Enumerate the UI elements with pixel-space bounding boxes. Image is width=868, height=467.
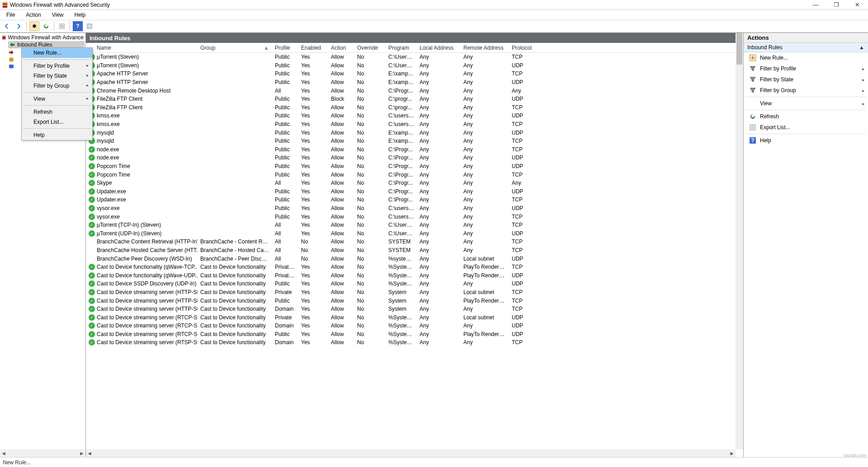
col-profile[interactable]: Profile — [272, 44, 298, 52]
cell-remote: Any — [461, 280, 509, 287]
table-row[interactable]: ✓µTorrent (Steven)PublicYesAllowNoC:\Use… — [86, 61, 743, 70]
table-row[interactable]: ✓Updater.exePublicYesAllowNoC:\Progr...A… — [86, 196, 743, 204]
cell-local: Any — [417, 289, 461, 295]
table-row[interactable]: ✓vysor.exePublicYesAllowNoC:\users\...An… — [86, 204, 743, 213]
action-help[interactable]: ?Help — [744, 135, 868, 146]
toolbar-separator — [70, 22, 70, 31]
action-filter-by-state[interactable]: Filter by State — [744, 74, 868, 85]
table-row[interactable]: ✓kmss.exePublicYesAllowNoC:\users\...Any… — [86, 112, 743, 120]
table-row[interactable]: BranchCache Content Retrieval (HTTP-In)B… — [86, 238, 743, 246]
refresh-button[interactable] — [41, 21, 51, 31]
table-row[interactable]: ✓Cast to Device streaming server (RTCP-S… — [86, 330, 743, 339]
menu-help[interactable]: Help — [69, 10, 91, 19]
grid-body[interactable]: ✓µTorrent (Steven)PublicYesAllowNoC:\Use… — [86, 53, 743, 457]
action-new-rule-[interactable]: New Rule... — [744, 52, 868, 63]
cell-remote: Any — [461, 62, 509, 69]
context-refresh[interactable]: Refresh — [22, 107, 92, 117]
context-export[interactable]: Export List... — [22, 117, 92, 127]
action-export-list-[interactable]: Export List... — [744, 122, 868, 133]
col-action[interactable]: Action — [328, 44, 354, 52]
show-hide-button[interactable] — [85, 21, 94, 31]
col-enabled[interactable]: Enabled — [298, 44, 328, 52]
table-row[interactable]: ✓Popcorn TimePublicYesAllowNoC:\Progr...… — [86, 170, 743, 179]
table-row[interactable]: ✓Cast to Device streaming server (RTSP-S… — [86, 338, 743, 347]
cell-local: Any — [417, 314, 461, 321]
rule-name: Updater.exe — [97, 188, 126, 195]
menu-file[interactable]: File — [1, 10, 20, 19]
table-row[interactable]: ✓Apache HTTP ServerPublicYesAllowNoE:\xa… — [86, 70, 743, 78]
table-row[interactable]: ✓Updater.exePublicYesAllowNoC:\Progr...A… — [86, 187, 743, 196]
table-row[interactable]: ✓vysor.exePublicYesAllowNoC:\users\...An… — [86, 212, 743, 221]
table-row[interactable]: ✓FileZilla FTP ClientPublicYesAllowNoC:\… — [86, 103, 743, 112]
table-row[interactable]: ✓kmss.exePublicYesAllowNoC:\users\...Any… — [86, 120, 743, 129]
table-row[interactable]: ✓mysqldPublicYesAllowNoE:\xampp...AnyAny… — [86, 128, 743, 137]
context-filter-state[interactable]: Filter by State — [22, 71, 92, 81]
cell-profile: Public — [272, 331, 298, 337]
table-row[interactable]: ✓Cast to Device streaming server (HTTP-S… — [86, 288, 743, 297]
cell-remote: PlayTo Renderers — [461, 272, 509, 279]
action-refresh[interactable]: Refresh — [744, 111, 868, 122]
menu-action[interactable]: Action — [20, 10, 46, 19]
table-row[interactable]: BranchCache Peer Discovery (WSD-In)Branc… — [86, 254, 743, 263]
col-program[interactable]: Program — [386, 44, 417, 52]
help-button[interactable]: ? — [73, 21, 83, 31]
context-filter-group[interactable]: Filter by Group — [22, 81, 92, 91]
col-group[interactable]: Group▲ — [198, 44, 272, 52]
col-override[interactable]: Override — [354, 44, 386, 52]
cell-action: Allow — [328, 130, 354, 136]
table-row[interactable]: ✓SkypeAllYesAllowNoC:\Progr...AnyAnyAny — [86, 179, 743, 187]
table-row[interactable]: ✓node.exePublicYesAllowNoC:\Progr...AnyA… — [86, 154, 743, 162]
context-help[interactable]: Help — [22, 130, 92, 140]
tree-root[interactable]: Windows Firewall with Advance — [1, 34, 85, 41]
table-row[interactable]: ✓Cast to Device SSDP Discovery (UDP-In)C… — [86, 280, 743, 288]
close-button[interactable]: ✕ — [851, 1, 863, 8]
table-row[interactable]: ✓Popcorn TimePublicYesAllowNoC:\Progr...… — [86, 162, 743, 171]
table-row[interactable]: ✓Cast to Device streaming server (RTCP-S… — [86, 322, 743, 330]
menu-view[interactable]: View — [47, 10, 69, 19]
table-row[interactable]: ✓mysqldPublicYesAllowNoE:\xampp...AnyAny… — [86, 137, 743, 145]
maximize-button[interactable]: ❐ — [830, 1, 843, 8]
collapse-icon[interactable]: ▲ — [859, 44, 864, 51]
tree-hscrollbar[interactable]: ◄► — [0, 449, 85, 457]
cell-enabled: Yes — [298, 289, 328, 295]
table-row[interactable]: ✓Apache HTTP ServerPublicYesAllowNoE:\xa… — [86, 78, 743, 87]
context-menu: New Rule... Filter by Profile Filter by … — [21, 47, 93, 140]
col-remote[interactable]: Remote Address — [461, 44, 509, 52]
cell-protocol: TCP — [509, 238, 538, 245]
context-filter-profile[interactable]: Filter by Profile — [22, 61, 92, 71]
back-button[interactable] — [2, 21, 12, 31]
table-row[interactable]: ✓node.exePublicYesAllowNoC:\Progr...AnyA… — [86, 145, 743, 154]
cell-enabled: Yes — [298, 146, 328, 153]
table-row[interactable]: ✓Cast to Device functionality (qWave-TCP… — [86, 263, 743, 271]
minimize-button[interactable]: — — [809, 1, 822, 8]
table-row[interactable]: ✓Cast to Device functionality (qWave-UDP… — [86, 271, 743, 280]
table-row[interactable]: ✓µTorrent (TCP-In) (Steven)AllYesAllowNo… — [86, 221, 743, 229]
cell-action: Allow — [328, 121, 354, 127]
vertical-scrollbar[interactable] — [736, 33, 743, 449]
cell-enabled: Yes — [298, 230, 328, 237]
table-row[interactable]: ✓Cast to Device streaming server (HTTP-S… — [86, 305, 743, 313]
action-view[interactable]: View — [744, 98, 868, 109]
export-button[interactable] — [57, 21, 67, 31]
table-row[interactable]: BranchCache Hosted Cache Server (HTT...B… — [86, 246, 743, 255]
col-protocol[interactable]: Protocol — [509, 44, 538, 52]
table-row[interactable]: ✓Cast to Device streaming server (RTCP-S… — [86, 313, 743, 322]
toolbar-separator — [54, 22, 54, 31]
table-row[interactable]: ✓µTorrent (UDP-In) (Steven)AllYesAllowNo… — [86, 229, 743, 238]
table-row[interactable]: ✓FileZilla FTP ClientPublicYesBlockNoC:\… — [86, 95, 743, 103]
table-row[interactable]: ✓µTorrent (Steven)PublicYesAllowNoC:\Use… — [86, 53, 743, 61]
table-row[interactable]: ✓Cast to Device streaming server (HTTP-S… — [86, 296, 743, 305]
action-filter-by-profile[interactable]: Filter by Profile — [744, 63, 868, 74]
context-view[interactable]: View — [22, 94, 92, 104]
new-button[interactable]: ✱ — [29, 21, 39, 31]
rule-name: FileZilla FTP Client — [97, 96, 142, 102]
horizontal-scrollbar[interactable]: ◄► — [86, 449, 736, 457]
col-name[interactable]: Name — [86, 44, 198, 52]
cell-action: Allow — [328, 138, 354, 144]
forward-button[interactable] — [14, 21, 24, 31]
cell-action: Allow — [328, 247, 354, 253]
col-local[interactable]: Local Address — [417, 44, 461, 52]
table-row[interactable]: ✓Chrome Remote Desktop HostAllYesAllowNo… — [86, 86, 743, 95]
context-new-rule[interactable]: New Rule... — [22, 48, 92, 58]
action-filter-by-group[interactable]: Filter by Group — [744, 85, 868, 96]
